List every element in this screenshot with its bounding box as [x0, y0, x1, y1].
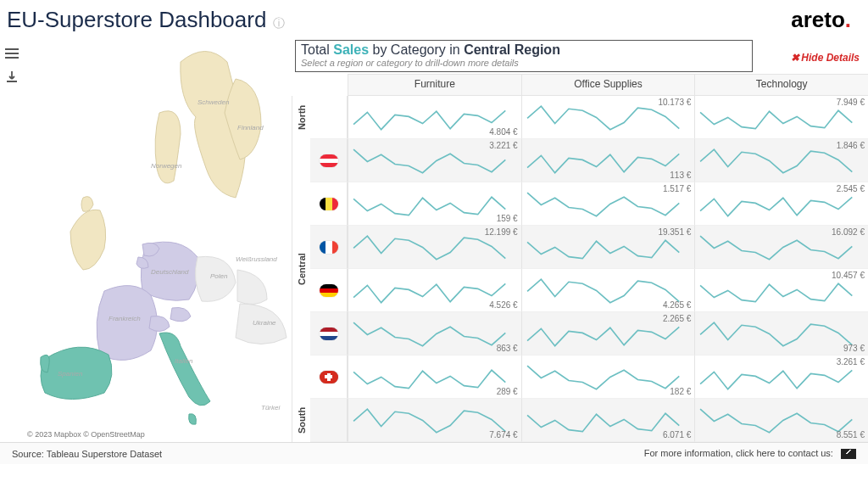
- sparkline-cell[interactable]: 3.261 €: [694, 355, 868, 399]
- sparkline-value: 1.517 €: [663, 184, 691, 193]
- map-label: Spanien: [58, 370, 83, 378]
- download-icon[interactable]: [3, 69, 20, 86]
- flag-cell-fr[interactable]: [310, 226, 348, 269]
- header: EU-Superstore Dashboard ⓘ areto.: [0, 0, 868, 36]
- europe-map[interactable]: Schweden Finnland Norwegen Deutschland F…: [24, 36, 292, 442]
- map-label: Weißrussland: [236, 255, 277, 263]
- flag-cell-south[interactable]: [310, 399, 348, 442]
- sparkline-cell[interactable]: 973 €: [694, 312, 868, 355]
- sparkline-value: 289 €: [497, 387, 518, 396]
- sparkline-value: 7.949 €: [837, 98, 865, 107]
- sparkline-value: 7.674 €: [489, 430, 517, 439]
- subtitle-hint: Select a region or category to drill-dow…: [301, 58, 747, 68]
- sparkline-grid: Furniture Office Supplies Technology Nor…: [292, 74, 868, 442]
- mail-icon: [841, 449, 856, 459]
- sparkline-value: 8.551 €: [837, 430, 865, 439]
- region-label-south[interactable]: South: [292, 399, 310, 442]
- map-italy[interactable]: [159, 333, 210, 424]
- flag-cell-de[interactable]: [310, 269, 348, 312]
- flag-cell-ch[interactable]: [310, 355, 348, 399]
- map-label: Türkei: [261, 404, 280, 411]
- close-icon: ✖: [791, 52, 799, 64]
- sparkline-cell[interactable]: 12.199 €: [348, 226, 521, 269]
- map-attribution: © 2023 Mapbox © OpenStreetMap: [27, 430, 145, 439]
- sparkline-value: 863 €: [497, 344, 518, 353]
- hide-details-button[interactable]: ✖Hide Details: [791, 52, 860, 64]
- sparkline-cell[interactable]: 4.804 €: [348, 96, 521, 139]
- sparkline-cell[interactable]: 10.457 €: [694, 269, 868, 312]
- region-label-central[interactable]: Central: [292, 139, 310, 399]
- flag-cell-be[interactable]: [310, 182, 348, 226]
- map-label: Italien: [175, 357, 193, 365]
- sparkline-cell[interactable]: 7.949 €: [694, 96, 868, 139]
- flag-ch-icon: [320, 371, 338, 383]
- sparkline-value: 1.846 €: [837, 141, 865, 150]
- sparkline-value: 10.173 €: [658, 98, 691, 107]
- sparkline-cell[interactable]: 3.221 €: [348, 139, 521, 182]
- sparkline-value: 4.526 €: [489, 300, 517, 310]
- source-text: Source: Tableau Superstore Dataset: [12, 449, 162, 459]
- sparkline-cell[interactable]: 113 €: [521, 139, 695, 182]
- sparkline-value: 2.545 €: [837, 184, 865, 193]
- sparkline-cell[interactable]: 182 €: [521, 355, 695, 399]
- sparkline-value: 4.804 €: [489, 127, 517, 137]
- map-at[interactable]: [170, 307, 191, 321]
- flag-nl-icon: [320, 327, 338, 340]
- sparkline-value: 973 €: [843, 344, 865, 353]
- sparkline-value: 4.265 €: [663, 300, 691, 310]
- sparkline-cell[interactable]: 289 €: [348, 355, 521, 399]
- region-label-north[interactable]: North: [292, 96, 310, 139]
- sparkline-cell[interactable]: 10.173 €: [521, 96, 695, 139]
- sparkline-cell[interactable]: 159 €: [348, 182, 521, 226]
- right-panel: Total Sales by Category in Central Regio…: [292, 36, 868, 442]
- sparkline-value: 113 €: [670, 171, 691, 180]
- sparkline-value: 159 €: [497, 214, 518, 223]
- sparkline-cell[interactable]: 4.265 €: [521, 269, 695, 312]
- flag-cell-nl[interactable]: [310, 312, 348, 355]
- sparkline-value: 3.261 €: [837, 357, 865, 367]
- sparkline-value: 10.457 €: [832, 271, 865, 280]
- map-label: Frankreich: [108, 315, 141, 322]
- sparkline-cell[interactable]: 2.545 €: [694, 182, 868, 226]
- menu-icon[interactable]: [3, 45, 20, 62]
- map-label: Deutschland: [151, 268, 189, 276]
- sparkline-cell[interactable]: 19.351 €: [521, 226, 695, 269]
- sparkline-cell[interactable]: 863 €: [348, 312, 521, 355]
- map-portugal[interactable]: [41, 355, 50, 372]
- flag-be-icon: [320, 198, 338, 210]
- map-label: Ukraine: [253, 319, 276, 327]
- col-header-tech[interactable]: Technology: [694, 74, 868, 96]
- brand-logo: areto.: [791, 7, 851, 33]
- sparkline-cell[interactable]: 16.092 €: [694, 226, 868, 269]
- sparkline-value: 6.071 €: [663, 430, 691, 439]
- flag-cell-at[interactable]: [310, 139, 348, 182]
- map-ch[interactable]: [149, 316, 170, 332]
- map-uk[interactable]: [70, 197, 106, 270]
- sparkline-value: 2.265 €: [663, 314, 691, 323]
- flag-fr-icon: [320, 241, 338, 254]
- map-norway[interactable]: [155, 111, 181, 183]
- sparkline-cell[interactable]: 6.071 €: [521, 399, 695, 442]
- info-icon[interactable]: ⓘ: [273, 16, 285, 31]
- flag-at-icon: [320, 154, 338, 167]
- contact-link[interactable]: For more information, click here to cont…: [644, 448, 856, 459]
- page-title: EU-Superstore Dashboard: [7, 7, 266, 33]
- map-panel[interactable]: Schweden Finnland Norwegen Deutschland F…: [24, 36, 292, 442]
- sparkline-cell[interactable]: 8.551 €: [694, 399, 868, 442]
- map-belarus[interactable]: [237, 270, 267, 305]
- map-label: Finnland: [237, 124, 264, 132]
- subtitle-box: Total Sales by Category in Central Regio…: [295, 40, 753, 72]
- col-header-office[interactable]: Office Supplies: [521, 74, 695, 96]
- sparkline-cell[interactable]: 7.674 €: [348, 399, 521, 442]
- sparkline-value: 3.221 €: [489, 141, 517, 150]
- sparkline-cell[interactable]: 4.526 €: [348, 269, 521, 312]
- map-label: Norwegen: [151, 162, 182, 170]
- sparkline-value: 19.351 €: [658, 227, 691, 237]
- sparkline-cell[interactable]: 1.846 €: [694, 139, 868, 182]
- sparkline-cell[interactable]: 1.517 €: [521, 182, 695, 226]
- col-header-furniture[interactable]: Furniture: [348, 74, 521, 96]
- sparkline-cell[interactable]: 2.265 €: [521, 312, 695, 355]
- sparkline-value: 182 €: [670, 387, 691, 396]
- map-france[interactable]: [97, 286, 158, 361]
- flag-cell-north[interactable]: [310, 96, 348, 139]
